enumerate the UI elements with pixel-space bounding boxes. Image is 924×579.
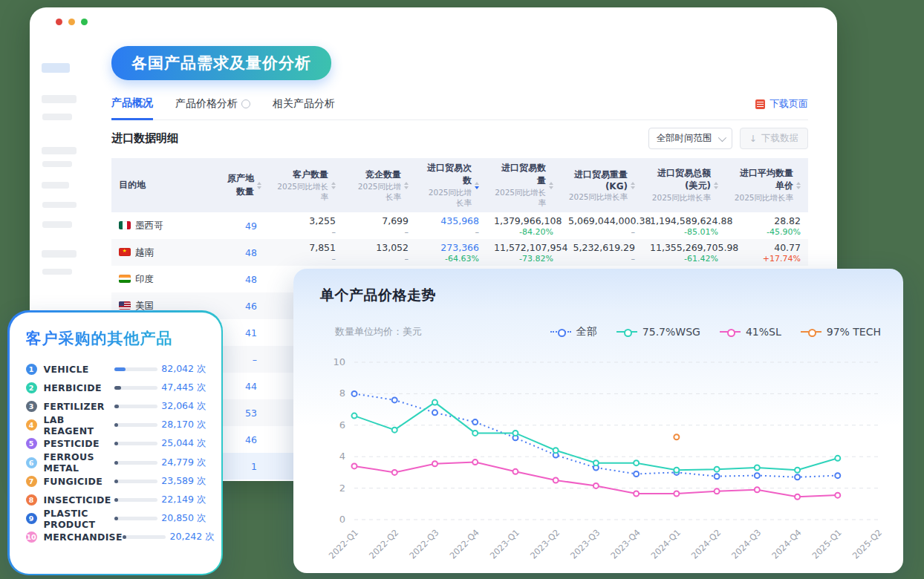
product-count: 22,149 次 xyxy=(157,494,206,506)
section-title: 进口数据明细 xyxy=(111,131,178,145)
skeleton-bar xyxy=(42,182,69,189)
close-window-icon[interactable] xyxy=(56,19,62,25)
column-header[interactable]: 客户数量2025同比增长率 xyxy=(269,158,343,212)
product-rank-item[interactable]: 2HERBICIDE47,445 次 xyxy=(26,379,206,397)
metric-cell: 28.82-45.90% xyxy=(726,212,808,239)
table-row[interactable]: 墨西哥493,255–7,699–435,968–1,379,966,108-8… xyxy=(111,212,808,239)
legend-item-97% TECH[interactable]: 97% TECH xyxy=(801,326,881,338)
column-header[interactable]: 进口贸易重量(KG)2025同比增长率 xyxy=(561,158,642,212)
download-page-label: 下载页面 xyxy=(770,97,808,111)
sort-carets-icon[interactable] xyxy=(404,182,409,189)
product-rank-item[interactable]: 4LAB REAGENT28,170 次 xyxy=(26,416,206,434)
svg-text:2022-Q1: 2022-Q1 xyxy=(327,527,360,560)
tab-label: 产品概况 xyxy=(111,96,153,110)
column-header[interactable]: 进口贸易次数2025同比增长率 xyxy=(416,158,487,212)
sort-carets-icon[interactable] xyxy=(475,182,479,189)
table-row[interactable]: 越南487,851–13,052–273,366-64.63%11,572,10… xyxy=(111,239,808,266)
sort-carets-icon[interactable] xyxy=(331,182,336,189)
product-name: PLASTIC PRODUCT xyxy=(44,508,114,530)
svg-text:2023-Q2: 2023-Q2 xyxy=(528,527,562,560)
legend-marker-icon xyxy=(550,329,571,336)
legend-item-75.7%WSG[interactable]: 75.7%WSG xyxy=(616,326,700,338)
skeleton-bar xyxy=(42,250,77,258)
pdf-icon xyxy=(755,99,765,109)
sort-carets-icon[interactable] xyxy=(796,182,801,189)
product-count: 25,044 次 xyxy=(157,437,206,450)
skeleton-bar xyxy=(42,95,77,103)
metric-cell: 13,052– xyxy=(343,239,416,266)
trade-count-link[interactable]: 435,968– xyxy=(416,212,487,239)
product-name: LAB REAGENT xyxy=(44,414,114,436)
product-rank-item[interactable]: 1VEHICLE82,042 次 xyxy=(26,360,206,379)
country-flag-icon xyxy=(119,301,131,310)
unit-label: 数量单位均价：美元 xyxy=(335,325,422,338)
origin-count-link[interactable]: 49 xyxy=(189,212,269,239)
rank-badge: 5 xyxy=(26,438,37,449)
price-trend-chart: 02468102022-Q12022-Q22022-Q32022-Q42023-… xyxy=(302,341,889,564)
column-header[interactable]: 进口贸易总额(美元)2025同比增长率 xyxy=(642,158,726,212)
mini-progress-bar xyxy=(114,480,157,483)
column-header[interactable]: 原产地数量 xyxy=(189,158,269,212)
product-name: FUNGICIDE xyxy=(44,476,114,487)
legend-item-41%SL[interactable]: 41%SL xyxy=(720,326,781,338)
mini-progress-bar xyxy=(114,423,157,427)
metric-cell: 7,851– xyxy=(269,239,343,266)
column-header[interactable]: 竞企数量2025同比增长率 xyxy=(343,158,416,212)
legend-item-全部[interactable]: 全部 xyxy=(550,325,597,338)
product-rank-item[interactable]: 8INSECTICIDE22,149 次 xyxy=(26,491,206,509)
time-range-select[interactable]: 全部时间范围 xyxy=(648,128,732,149)
time-range-value: 全部时间范围 xyxy=(657,132,712,145)
tab-产品概况[interactable]: 产品概况 xyxy=(111,96,153,120)
column-header[interactable]: 进口平均数量单价2025同比增长率 xyxy=(726,158,808,212)
product-count: 47,445 次 xyxy=(157,382,206,394)
product-name: VEHICLE xyxy=(44,364,114,375)
legend-marker-icon xyxy=(616,329,637,336)
origin-count-link[interactable]: 48 xyxy=(189,239,269,266)
svg-text:2023-Q4: 2023-Q4 xyxy=(608,527,642,560)
sort-carets-icon[interactable] xyxy=(631,182,635,189)
sort-carets-icon[interactable] xyxy=(257,182,261,189)
svg-text:2024-Q4: 2024-Q4 xyxy=(770,527,803,560)
product-name: INSECTICIDE xyxy=(44,494,114,506)
product-rank-item[interactable]: 10MERCHANDISE20,242 次 xyxy=(26,528,206,546)
svg-text:2025-Q1: 2025-Q1 xyxy=(810,527,843,560)
product-name: MERCHANDISE xyxy=(44,531,123,543)
product-rank-item[interactable]: 6FERROUS METAL24,779 次 xyxy=(26,453,206,471)
sort-carets-icon[interactable] xyxy=(549,182,553,189)
mini-progress-bar xyxy=(114,367,157,371)
trade-count-link[interactable]: 273,366-64.63% xyxy=(416,239,487,266)
country-name: 越南 xyxy=(135,246,154,258)
product-count: 28,170 次 xyxy=(157,419,206,431)
product-rank-item[interactable]: 5PESTICIDE25,044 次 xyxy=(26,434,206,453)
product-count: 20,242 次 xyxy=(166,531,215,543)
minimize-window-icon[interactable] xyxy=(68,19,75,25)
product-name: FERROUS METAL xyxy=(44,451,114,474)
svg-text:0: 0 xyxy=(339,514,345,525)
sort-carets-icon[interactable] xyxy=(714,182,718,189)
tab-相关产品分析[interactable]: 相关产品分析 xyxy=(273,97,335,119)
product-rank-item[interactable]: 3FERTILIZER32,064 次 xyxy=(26,397,206,416)
mini-progress-bar xyxy=(114,386,157,390)
skeleton-bar xyxy=(42,202,77,208)
mini-progress-bar xyxy=(114,405,157,408)
metric-cell: 11,572,107,954-73.82% xyxy=(487,239,561,266)
product-count: 24,779 次 xyxy=(157,457,206,469)
price-trend-title: 单个产品价格走势 xyxy=(293,269,903,305)
svg-text:2023-Q3: 2023-Q3 xyxy=(568,527,602,560)
country-flag-icon xyxy=(119,275,131,283)
download-data-button[interactable]: ↓ 下载数据 xyxy=(740,128,808,149)
maximize-window-icon[interactable] xyxy=(81,19,88,25)
skeleton-bar xyxy=(42,147,77,154)
download-page-button[interactable]: 下载页面 xyxy=(755,97,808,119)
svg-text:6: 6 xyxy=(339,419,345,431)
svg-text:2024-Q1: 2024-Q1 xyxy=(649,527,683,560)
product-name: PESTICIDE xyxy=(44,438,114,449)
skeleton-bar xyxy=(42,63,70,73)
origin-count-link[interactable]: 48 xyxy=(189,266,269,292)
download-icon: ↓ xyxy=(749,133,757,144)
tab-产品价格分析[interactable]: 产品价格分析 xyxy=(175,97,250,119)
svg-text:2: 2 xyxy=(339,482,345,494)
product-rank-item[interactable]: 9PLASTIC PRODUCT20,850 次 xyxy=(26,509,206,528)
column-header[interactable]: 进口贸易数量2025同比增长率 xyxy=(487,158,561,212)
product-rank-item[interactable]: 7FUNGICIDE23,589 次 xyxy=(26,472,206,491)
